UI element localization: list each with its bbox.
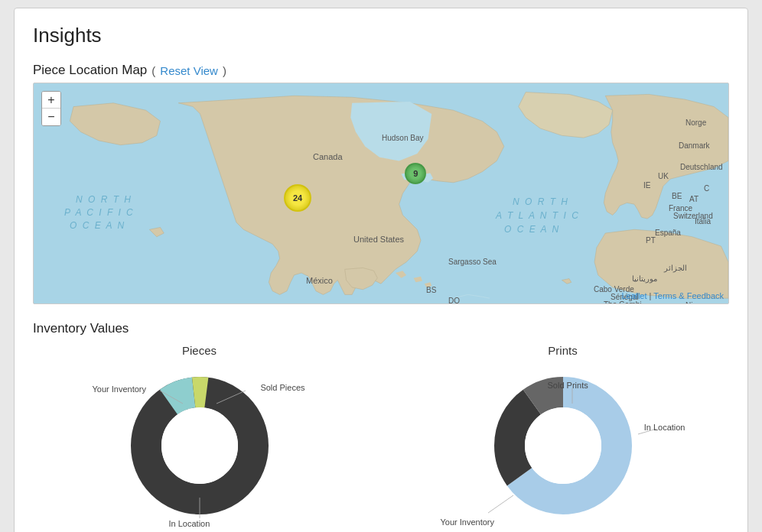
ocean-label-pacific-2: P a c i f i c	[64, 207, 135, 218]
charts-row: Pieces Your Invento	[33, 344, 729, 530]
pieces-chart-title: Pieces	[182, 344, 217, 357]
ocean-label-atlantic-1: N o r t h	[513, 196, 569, 207]
prints-chart-container: Prints	[433, 344, 693, 530]
map-label-bs: BS	[426, 286, 436, 294]
map-label-c: C	[704, 184, 709, 193]
pieces-chart-container: Pieces Your Invento	[70, 344, 330, 530]
map-section-label: Piece Location Map	[33, 63, 147, 78]
map-label-mexico: México	[306, 276, 333, 285]
prints-label-location: In Location	[644, 423, 685, 432]
map-label-pt: PT	[646, 236, 656, 245]
leaflet-link[interactable]: Leaflet	[621, 291, 646, 300]
map-label-uk: UK	[658, 172, 669, 180]
zoom-out-button[interactable]: −	[42, 109, 60, 125]
page-title: Insights	[33, 24, 729, 47]
ocean-label-atlantic-3: O c e a n	[504, 224, 560, 235]
ocean-label-atlantic-2: A t l a n t i c	[496, 210, 580, 221]
map-label-canada: Canada	[313, 152, 343, 161]
map-label-cuba: Cuba	[392, 303, 410, 304]
map-label-algeria: الجزائر	[664, 264, 687, 272]
map-label-espana: España	[655, 229, 681, 237]
prints-donut-svg	[487, 369, 640, 522]
pieces-label-sold: Sold Pieces	[260, 383, 304, 392]
page-container: Insights Piece Location Map ( Reset View…	[14, 8, 748, 532]
ocean-label-pacific-1: N o r t h	[76, 194, 132, 205]
reset-view-link[interactable]: Reset View	[160, 64, 218, 77]
marker-24-count: 24	[293, 193, 302, 203]
map-label-sargasso: Sargasso Sea	[448, 258, 497, 266]
map-label-be: BE	[672, 192, 682, 200]
map-label-deutschland: Deutschland	[680, 163, 723, 171]
map-label-danmark: Danmark	[679, 141, 710, 150]
svg-point-4	[161, 407, 238, 484]
map-container: + −	[33, 83, 729, 304]
map-label-do: DO	[448, 297, 460, 304]
marker-9-count: 9	[413, 169, 418, 178]
terms-link[interactable]: Terms & Feedback	[653, 291, 724, 300]
map-marker-24[interactable]: 24	[284, 184, 311, 212]
map-label-hudson: Hudson Bay	[382, 134, 423, 142]
prints-label-inventory: Your Inventory	[441, 517, 495, 527]
map-label-gambia: The Gambi	[604, 300, 641, 304]
inventory-title: Inventory Values	[33, 321, 729, 336]
ocean-label-pacific-3: O c e a n	[70, 220, 125, 231]
map-label-ie: IE	[643, 181, 650, 190]
map-label-norge: Norge	[685, 118, 706, 127]
map-label-at: AT	[689, 195, 698, 203]
svg-point-11	[525, 407, 601, 484]
map-label-niger: Niger	[685, 301, 704, 304]
inventory-section: Inventory Values Pieces	[33, 321, 729, 530]
pieces-label-inventory: Your Inventory	[93, 384, 147, 394]
map-attribution: Leaflet | Terms & Feedback	[621, 291, 724, 300]
map-marker-9[interactable]: 9	[405, 163, 426, 184]
prints-chart-title: Prints	[548, 344, 577, 357]
map-label-italia: Italia	[695, 217, 711, 225]
pieces-label-location: In Location	[169, 519, 210, 528]
map-header: Piece Location Map ( Reset View )	[33, 63, 729, 78]
map-background-svg	[34, 83, 728, 303]
zoom-in-button[interactable]: +	[42, 92, 60, 109]
map-label-us: United States	[353, 235, 404, 244]
prints-label-sold: Sold Prints	[548, 381, 588, 390]
map-label-mauritania: موريتانيا	[632, 274, 657, 283]
map-zoom-controls: + −	[41, 91, 61, 126]
